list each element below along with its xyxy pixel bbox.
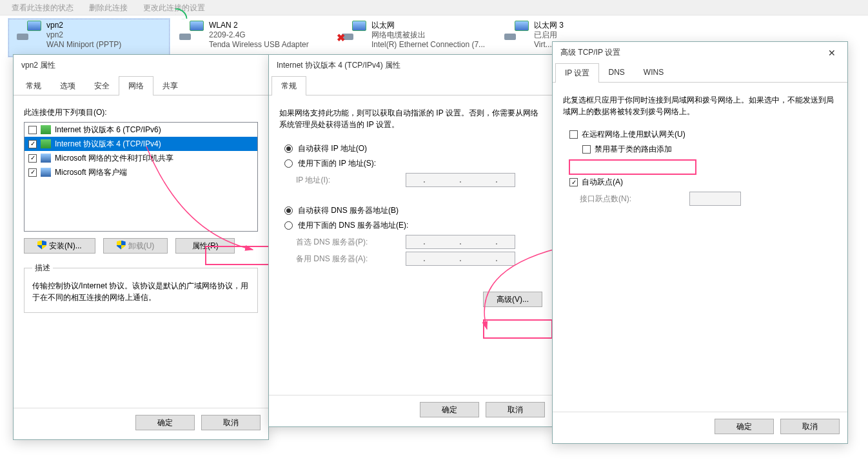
list-item[interactable]: Internet 协议版本 6 (TCP/IPv6) [25, 123, 257, 137]
arrow-annotation-1 [143, 143, 272, 253]
tab-3[interactable]: 网络 [119, 76, 153, 95]
cmd-change[interactable]: 更改此连接的设置 [143, 3, 205, 12]
adapter-WLAN 2[interactable]: WLAN 22209-2.4GTenda Wireless USB Adapte… [170, 18, 333, 57]
metric-field: 接口跃点数(N): [580, 192, 837, 206]
adapter-vpn2[interactable]: vpn2vpn2WAN Miniport (PPTP) [8, 18, 170, 57]
item-label: Internet 协议版本 6 (TCP/IPv6) [55, 124, 161, 135]
checkbox-icon[interactable] [28, 126, 37, 134]
tab-2[interactable]: 安全 [84, 76, 119, 95]
adapter-icon [15, 21, 41, 44]
tab-1[interactable]: DNS [598, 63, 634, 82]
protocol-icon [41, 168, 51, 177]
adapter-icon [178, 21, 204, 44]
checkbox-icon [569, 130, 578, 139]
ok-button[interactable]: 确定 [420, 402, 479, 417]
checkbox-icon [582, 145, 591, 154]
ok-button[interactable]: 确定 [715, 419, 774, 434]
adapter-以太网[interactable]: ✖以太网网络电缆被拔出Intel(R) Ethernet Connection … [333, 18, 495, 57]
chk-remote-gateway[interactable]: 在远程网络上使用默认网关(U) [569, 129, 837, 140]
ip-field: IP 地址(I):... [296, 173, 542, 187]
desc-text: 传输控制协议/Internet 协议。该协议是默认的广域网络协议，用于在不同的相… [32, 280, 250, 303]
tab-0[interactable]: IP 设置 [555, 63, 599, 82]
ok-button[interactable]: 确定 [135, 415, 195, 430]
cmd-status[interactable]: 查看此连接的状态 [12, 3, 74, 12]
title-text: Internet 协议版本 4 (TCP/IPv4) 属性 [277, 60, 400, 71]
radio-auto-dns[interactable]: 自动获得 DNS 服务器地址(B) [284, 205, 542, 216]
radio-icon [284, 145, 293, 153]
protocol-icon [41, 139, 51, 148]
tab-1[interactable]: 选项 [50, 76, 85, 95]
adapter-icon [503, 21, 529, 44]
radio-icon [284, 206, 293, 215]
shield-icon [37, 241, 46, 250]
dialog-title: vpn2 属性 [14, 55, 268, 76]
ip-input: ... [406, 173, 515, 187]
cancel-button[interactable]: 取消 [486, 402, 545, 417]
item-label: Microsoft 网络客户端 [55, 166, 127, 178]
tab-general[interactable]: 常规 [271, 76, 306, 95]
radio-manual-ip[interactable]: 使用下面的 IP 地址(S): [284, 158, 542, 169]
intro: 此复选框只应用于你同时连接到局域网和拨号网络上。如果选中，不能发送到局域网上的数… [563, 94, 837, 117]
checkbox-icon: ✓ [569, 178, 578, 186]
adapter-icon: ✖ [340, 21, 366, 44]
radio-auto-ip[interactable]: 自动获得 IP 地址(O) [284, 143, 542, 154]
metric-input [689, 192, 741, 206]
cmd-delete[interactable]: 删除此连接 [89, 3, 128, 12]
chk-disable-class-route[interactable]: 禁用基于类的路由添加 [582, 144, 837, 155]
list-header: 此连接使用下列项目(O): [24, 107, 258, 118]
cancel-button[interactable]: 取消 [780, 419, 840, 434]
tab-2[interactable]: WINS [634, 63, 673, 82]
tabs: IP 设置DNSWINS [553, 63, 847, 83]
dialog-title: Internet 协议版本 4 (TCP/IPv4) 属性 [269, 55, 553, 76]
chk-auto-metric[interactable]: ✓自动跃点(A) [569, 177, 837, 188]
advanced-tcpip-dialog: 高级 TCP/IP 设置 ✕ IP 设置DNSWINS 此复选框只应用于你同时连… [552, 41, 848, 444]
tabs: 常规选项安全网络共享 [14, 76, 268, 95]
tabs: 常规 [269, 76, 553, 95]
radio-manual-dns[interactable]: 使用下面的 DNS 服务器地址(E): [284, 220, 542, 231]
shield-icon [117, 241, 126, 250]
explorer-command-bar: 查看此连接的状态 删除此连接 更改此连接的设置 [0, 0, 868, 15]
ipv4-properties-dialog: Internet 协议版本 4 (TCP/IPv4) 属性 常规 如果网络支持此… [268, 54, 553, 427]
checkbox-icon[interactable]: ✓ [28, 168, 37, 177]
title-text: 高级 TCP/IP 设置 [560, 47, 620, 58]
title-text: vpn2 属性 [21, 60, 55, 71]
desc-legend: 描述 [32, 263, 53, 274]
checkbox-icon[interactable]: ✓ [28, 140, 37, 148]
cancel-button[interactable]: 取消 [201, 415, 261, 430]
intro: 如果网络支持此功能，则可以获取自动指派的 IP 设置。否则，你需要从网络系统管理… [279, 107, 542, 130]
protocol-icon [41, 154, 51, 163]
close-icon[interactable]: ✕ [824, 48, 840, 58]
radio-icon [284, 221, 293, 230]
tab-4[interactable]: 共享 [153, 76, 188, 95]
install-button[interactable]: 安装(N)... [24, 238, 95, 254]
checkbox-icon[interactable]: ✓ [28, 154, 37, 163]
protocol-icon [41, 125, 51, 134]
tab-0[interactable]: 常规 [16, 76, 51, 95]
radio-icon [284, 159, 293, 168]
dialog-title: 高级 TCP/IP 设置 ✕ [553, 42, 847, 63]
